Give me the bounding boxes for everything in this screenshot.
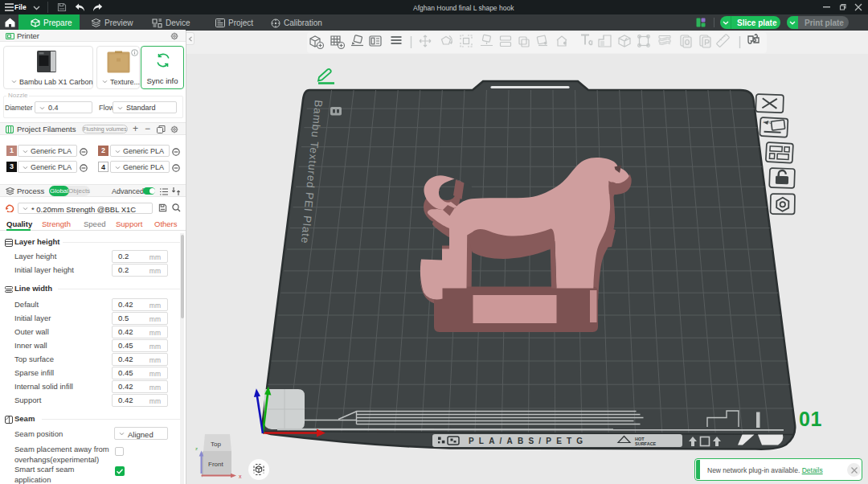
svg-text:x: x [239, 474, 242, 479]
svg-text:SURFACE: SURFACE [635, 441, 657, 446]
svg-text:Front: Front [208, 461, 223, 468]
svg-text:01: 01 [799, 408, 822, 430]
svg-text:PLA/ABS/PETG: PLA/ABS/PETG [469, 437, 588, 445]
svg-text:Top: Top [211, 441, 221, 448]
svg-text:z: z [195, 446, 198, 451]
svg-text:AUTO: AUTO [763, 120, 772, 125]
